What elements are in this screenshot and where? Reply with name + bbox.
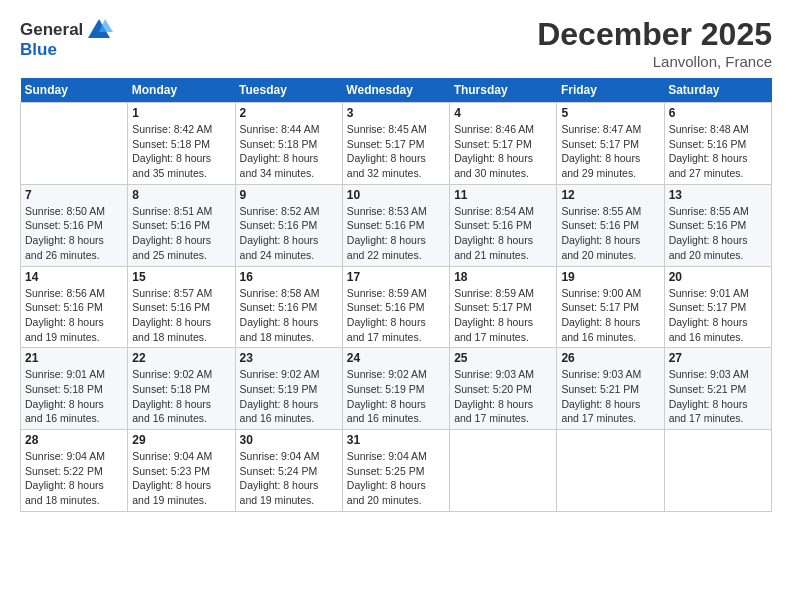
calendar-row: 14Sunrise: 8:56 AM Sunset: 5:16 PM Dayli…: [21, 266, 772, 348]
day-number: 21: [25, 351, 123, 365]
calendar-cell: [664, 430, 771, 512]
calendar-cell: 17Sunrise: 8:59 AM Sunset: 5:16 PM Dayli…: [342, 266, 449, 348]
day-number: 10: [347, 188, 445, 202]
calendar-cell: 5Sunrise: 8:47 AM Sunset: 5:17 PM Daylig…: [557, 103, 664, 185]
calendar-cell: 8Sunrise: 8:51 AM Sunset: 5:16 PM Daylig…: [128, 184, 235, 266]
day-info: Sunrise: 9:02 AM Sunset: 5:18 PM Dayligh…: [132, 367, 230, 426]
day-info: Sunrise: 8:55 AM Sunset: 5:16 PM Dayligh…: [561, 204, 659, 263]
page: General Blue December 2025 Lanvollon, Fr…: [0, 0, 792, 612]
day-info: Sunrise: 9:02 AM Sunset: 5:19 PM Dayligh…: [347, 367, 445, 426]
day-number: 31: [347, 433, 445, 447]
weekday-header-cell: Saturday: [664, 78, 771, 103]
day-number: 6: [669, 106, 767, 120]
day-info: Sunrise: 9:02 AM Sunset: 5:19 PM Dayligh…: [240, 367, 338, 426]
day-info: Sunrise: 9:01 AM Sunset: 5:18 PM Dayligh…: [25, 367, 123, 426]
calendar-cell: 26Sunrise: 9:03 AM Sunset: 5:21 PM Dayli…: [557, 348, 664, 430]
day-info: Sunrise: 8:48 AM Sunset: 5:16 PM Dayligh…: [669, 122, 767, 181]
calendar-cell: 15Sunrise: 8:57 AM Sunset: 5:16 PM Dayli…: [128, 266, 235, 348]
day-number: 26: [561, 351, 659, 365]
month-title: December 2025: [537, 16, 772, 53]
calendar-cell: 10Sunrise: 8:53 AM Sunset: 5:16 PM Dayli…: [342, 184, 449, 266]
calendar-cell: 16Sunrise: 8:58 AM Sunset: 5:16 PM Dayli…: [235, 266, 342, 348]
day-number: 7: [25, 188, 123, 202]
calendar-cell: 3Sunrise: 8:45 AM Sunset: 5:17 PM Daylig…: [342, 103, 449, 185]
day-number: 11: [454, 188, 552, 202]
day-number: 19: [561, 270, 659, 284]
day-number: 4: [454, 106, 552, 120]
weekday-header-cell: Wednesday: [342, 78, 449, 103]
weekday-header-cell: Sunday: [21, 78, 128, 103]
calendar-cell: 14Sunrise: 8:56 AM Sunset: 5:16 PM Dayli…: [21, 266, 128, 348]
calendar-body: 1Sunrise: 8:42 AM Sunset: 5:18 PM Daylig…: [21, 103, 772, 512]
day-number: 30: [240, 433, 338, 447]
day-number: 15: [132, 270, 230, 284]
header: General Blue December 2025 Lanvollon, Fr…: [20, 16, 772, 70]
calendar-cell: [450, 430, 557, 512]
weekday-header-cell: Tuesday: [235, 78, 342, 103]
calendar-cell: 30Sunrise: 9:04 AM Sunset: 5:24 PM Dayli…: [235, 430, 342, 512]
day-info: Sunrise: 8:42 AM Sunset: 5:18 PM Dayligh…: [132, 122, 230, 181]
weekday-header-cell: Monday: [128, 78, 235, 103]
day-info: Sunrise: 8:54 AM Sunset: 5:16 PM Dayligh…: [454, 204, 552, 263]
calendar-cell: 12Sunrise: 8:55 AM Sunset: 5:16 PM Dayli…: [557, 184, 664, 266]
logo-general: General: [20, 20, 83, 40]
day-info: Sunrise: 9:03 AM Sunset: 5:21 PM Dayligh…: [669, 367, 767, 426]
day-number: 8: [132, 188, 230, 202]
calendar-cell: 28Sunrise: 9:04 AM Sunset: 5:22 PM Dayli…: [21, 430, 128, 512]
day-info: Sunrise: 9:04 AM Sunset: 5:25 PM Dayligh…: [347, 449, 445, 508]
logo: General Blue: [20, 16, 113, 60]
day-info: Sunrise: 8:58 AM Sunset: 5:16 PM Dayligh…: [240, 286, 338, 345]
logo-icon: [85, 16, 113, 44]
day-info: Sunrise: 8:59 AM Sunset: 5:17 PM Dayligh…: [454, 286, 552, 345]
calendar-cell: 18Sunrise: 8:59 AM Sunset: 5:17 PM Dayli…: [450, 266, 557, 348]
day-info: Sunrise: 9:04 AM Sunset: 5:22 PM Dayligh…: [25, 449, 123, 508]
day-info: Sunrise: 9:01 AM Sunset: 5:17 PM Dayligh…: [669, 286, 767, 345]
day-info: Sunrise: 9:03 AM Sunset: 5:20 PM Dayligh…: [454, 367, 552, 426]
day-info: Sunrise: 9:04 AM Sunset: 5:24 PM Dayligh…: [240, 449, 338, 508]
calendar-cell: 7Sunrise: 8:50 AM Sunset: 5:16 PM Daylig…: [21, 184, 128, 266]
day-info: Sunrise: 8:59 AM Sunset: 5:16 PM Dayligh…: [347, 286, 445, 345]
day-number: 23: [240, 351, 338, 365]
calendar-cell: [557, 430, 664, 512]
calendar-cell: 23Sunrise: 9:02 AM Sunset: 5:19 PM Dayli…: [235, 348, 342, 430]
calendar-cell: [21, 103, 128, 185]
calendar-cell: 13Sunrise: 8:55 AM Sunset: 5:16 PM Dayli…: [664, 184, 771, 266]
day-number: 13: [669, 188, 767, 202]
day-number: 18: [454, 270, 552, 284]
calendar-cell: 6Sunrise: 8:48 AM Sunset: 5:16 PM Daylig…: [664, 103, 771, 185]
calendar-cell: 24Sunrise: 9:02 AM Sunset: 5:19 PM Dayli…: [342, 348, 449, 430]
day-info: Sunrise: 8:50 AM Sunset: 5:16 PM Dayligh…: [25, 204, 123, 263]
calendar-row: 21Sunrise: 9:01 AM Sunset: 5:18 PM Dayli…: [21, 348, 772, 430]
day-info: Sunrise: 8:56 AM Sunset: 5:16 PM Dayligh…: [25, 286, 123, 345]
day-info: Sunrise: 9:03 AM Sunset: 5:21 PM Dayligh…: [561, 367, 659, 426]
day-info: Sunrise: 8:52 AM Sunset: 5:16 PM Dayligh…: [240, 204, 338, 263]
day-number: 14: [25, 270, 123, 284]
day-number: 12: [561, 188, 659, 202]
day-number: 2: [240, 106, 338, 120]
day-number: 27: [669, 351, 767, 365]
day-info: Sunrise: 8:53 AM Sunset: 5:16 PM Dayligh…: [347, 204, 445, 263]
day-info: Sunrise: 8:44 AM Sunset: 5:18 PM Dayligh…: [240, 122, 338, 181]
calendar-cell: 29Sunrise: 9:04 AM Sunset: 5:23 PM Dayli…: [128, 430, 235, 512]
logo-blue: Blue: [20, 40, 57, 60]
calendar-cell: 20Sunrise: 9:01 AM Sunset: 5:17 PM Dayli…: [664, 266, 771, 348]
day-number: 9: [240, 188, 338, 202]
day-number: 1: [132, 106, 230, 120]
day-number: 29: [132, 433, 230, 447]
title-block: December 2025 Lanvollon, France: [537, 16, 772, 70]
weekday-header-cell: Friday: [557, 78, 664, 103]
calendar-cell: 11Sunrise: 8:54 AM Sunset: 5:16 PM Dayli…: [450, 184, 557, 266]
day-number: 22: [132, 351, 230, 365]
calendar-row: 7Sunrise: 8:50 AM Sunset: 5:16 PM Daylig…: [21, 184, 772, 266]
day-number: 25: [454, 351, 552, 365]
day-number: 5: [561, 106, 659, 120]
day-info: Sunrise: 8:51 AM Sunset: 5:16 PM Dayligh…: [132, 204, 230, 263]
day-info: Sunrise: 9:00 AM Sunset: 5:17 PM Dayligh…: [561, 286, 659, 345]
day-number: 3: [347, 106, 445, 120]
calendar-cell: 1Sunrise: 8:42 AM Sunset: 5:18 PM Daylig…: [128, 103, 235, 185]
calendar-cell: 2Sunrise: 8:44 AM Sunset: 5:18 PM Daylig…: [235, 103, 342, 185]
day-number: 20: [669, 270, 767, 284]
day-info: Sunrise: 9:04 AM Sunset: 5:23 PM Dayligh…: [132, 449, 230, 508]
calendar-cell: 4Sunrise: 8:46 AM Sunset: 5:17 PM Daylig…: [450, 103, 557, 185]
day-info: Sunrise: 8:45 AM Sunset: 5:17 PM Dayligh…: [347, 122, 445, 181]
